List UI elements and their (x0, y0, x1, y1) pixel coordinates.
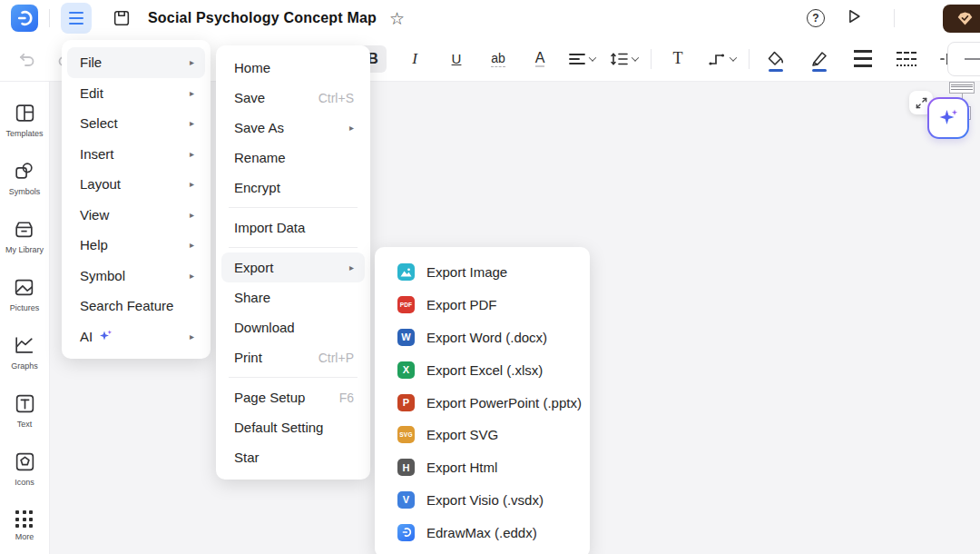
highlight-button[interactable] (806, 45, 833, 73)
undo-button[interactable] (13, 45, 40, 73)
menu-item-page-setup[interactable]: Page SetupF6 (216, 382, 370, 412)
edrawmax-icon (397, 524, 415, 541)
present-play-icon[interactable] (845, 7, 863, 29)
line-weight-button[interactable] (849, 45, 877, 73)
menu-item-export[interactable]: Export▸ (221, 252, 365, 282)
fill-color-button[interactable] (762, 45, 789, 73)
sidebar-item-icons[interactable]: Icons (14, 450, 36, 487)
menu-item-export-excel[interactable]: X Export Excel (.xlsx) (375, 353, 590, 386)
upgrade-button[interactable]: Upg (943, 5, 980, 33)
main-menu-button[interactable] (61, 3, 92, 34)
html-icon: H (397, 459, 415, 476)
submenu-arrow-icon: ▸ (190, 210, 194, 220)
menu-item-print[interactable]: PrintCtrl+P (216, 342, 370, 372)
connector-icon (708, 52, 726, 66)
submenu-arrow-icon: ▸ (190, 331, 194, 341)
menu-item-ai[interactable]: AI ▸ (62, 322, 211, 352)
sidebar-item-symbols[interactable]: Symbols (9, 160, 41, 196)
sidebar-item-templates[interactable]: Templates (5, 102, 43, 138)
font-color-button[interactable]: A (526, 45, 554, 73)
templates-icon (14, 102, 36, 124)
submenu-arrow-icon: ▸ (190, 179, 194, 189)
favorite-star-icon[interactable]: ☆ (389, 10, 405, 27)
divider (229, 247, 358, 248)
divider (749, 49, 750, 69)
submenu-arrow-icon: ▸ (190, 118, 194, 128)
menu-item-select[interactable]: Select▸ (62, 108, 211, 139)
brush-icon (810, 51, 828, 66)
menu-item-default-setting[interactable]: Default Setting (216, 412, 370, 442)
connector-dropdown[interactable] (708, 45, 736, 73)
menu-item-share[interactable]: Share (216, 282, 370, 312)
chevron-down-icon (632, 54, 639, 61)
menu-item-view[interactable]: View▸ (62, 200, 211, 231)
menu-item-symbol[interactable]: Symbol▸ (62, 261, 211, 292)
submenu-arrow-icon: ▸ (190, 149, 194, 159)
menu-item-export-svg[interactable]: SVG Export SVG (375, 419, 590, 451)
diagram-fragment (949, 82, 975, 94)
menu-item-export-visio[interactable]: V Export Visio (.vsdx) (375, 484, 590, 517)
ai-sparkle-icon (936, 106, 960, 130)
menu-item-export-powerpoint[interactable]: P Export PowerPoint (.pptx) (375, 386, 590, 419)
paint-bucket-icon (767, 51, 785, 66)
submenu-arrow-icon: ▸ (190, 88, 194, 98)
divider (651, 49, 652, 69)
underline-button[interactable]: U (443, 45, 470, 73)
strikethrough-button[interactable]: ab (485, 45, 512, 73)
edrawmax-logo-icon[interactable] (11, 5, 38, 32)
submenu-arrow-icon: ▸ (190, 271, 194, 281)
sidebar-item-text[interactable]: Text (14, 392, 36, 429)
file-submenu: Home SaveCtrl+S Save As▸ Rename Encrypt … (216, 45, 370, 480)
submenu-arrow-icon: ▸ (349, 262, 354, 272)
expand-icon (916, 97, 927, 109)
menu-item-save[interactable]: SaveCtrl+S (216, 83, 370, 113)
menu-item-star[interactable]: Star (216, 442, 370, 472)
line-style-button[interactable] (893, 45, 920, 73)
svg-icon: SVG (397, 426, 415, 443)
menu-item-export-html[interactable]: H Export Html (375, 451, 590, 484)
text-tool-button[interactable]: T (664, 45, 691, 73)
menu-item-home[interactable]: Home (216, 53, 370, 83)
sidebar-item-pictures[interactable]: Pictures (10, 276, 40, 312)
menu-item-save-as[interactable]: Save As▸ (216, 113, 370, 143)
left-sidebar: Templates Symbols My Library Pictures Gr… (0, 82, 50, 554)
sidebar-item-my-library[interactable]: My Library (5, 218, 44, 254)
topbar: Social Psychology Concept Map ☆ ? Upg (0, 0, 980, 36)
menu-item-export-image[interactable]: Export Image (375, 256, 590, 289)
powerpoint-icon: P (397, 394, 415, 411)
graphs-icon (13, 334, 35, 357)
menu-item-search-feature[interactable]: Search Feature (62, 291, 211, 322)
align-left-icon (569, 53, 585, 65)
help-icon[interactable]: ? (807, 9, 825, 27)
save-icon[interactable] (112, 8, 132, 28)
menu-item-help[interactable]: Help▸ (62, 230, 211, 261)
menu-item-rename[interactable]: Rename (216, 143, 370, 173)
line-sample-button[interactable] (947, 42, 980, 76)
menu-item-import-data[interactable]: Import Data (216, 213, 370, 242)
line-spacing-icon (610, 52, 628, 66)
ai-assistant-button[interactable] (927, 97, 969, 139)
chevron-down-icon (730, 54, 737, 61)
submenu-arrow-icon: ▸ (349, 123, 354, 133)
italic-button[interactable]: I (401, 45, 428, 73)
sidebar-item-more[interactable]: More (15, 509, 34, 541)
symbols-icon (13, 160, 35, 183)
menu-item-download[interactable]: Download (216, 312, 370, 342)
divider (229, 377, 358, 378)
divider (229, 207, 358, 208)
text-align-dropdown[interactable] (568, 45, 595, 73)
sidebar-item-graphs[interactable]: Graphs (11, 334, 38, 371)
menu-item-export-pdf[interactable]: PDF Export PDF (375, 289, 590, 322)
line-spacing-dropdown[interactable] (610, 45, 638, 73)
menu-item-export-word[interactable]: W Export Word (.docx) (375, 322, 590, 354)
image-icon (397, 263, 415, 281)
menu-item-export-edrawmax[interactable]: EdrawMax (.eddx) (375, 516, 590, 549)
text-icon (14, 392, 36, 415)
menu-item-edit[interactable]: Edit▸ (62, 78, 211, 109)
menu-item-layout[interactable]: Layout▸ (62, 169, 211, 200)
pictures-icon (13, 276, 35, 299)
menu-item-encrypt[interactable]: Encrypt (216, 173, 370, 203)
menu-item-insert[interactable]: Insert▸ (62, 139, 211, 170)
menu-item-file[interactable]: File▸ (67, 47, 205, 78)
edrawmax-app: Social Psychology Concept Map ☆ ? Upg B … (0, 0, 980, 554)
